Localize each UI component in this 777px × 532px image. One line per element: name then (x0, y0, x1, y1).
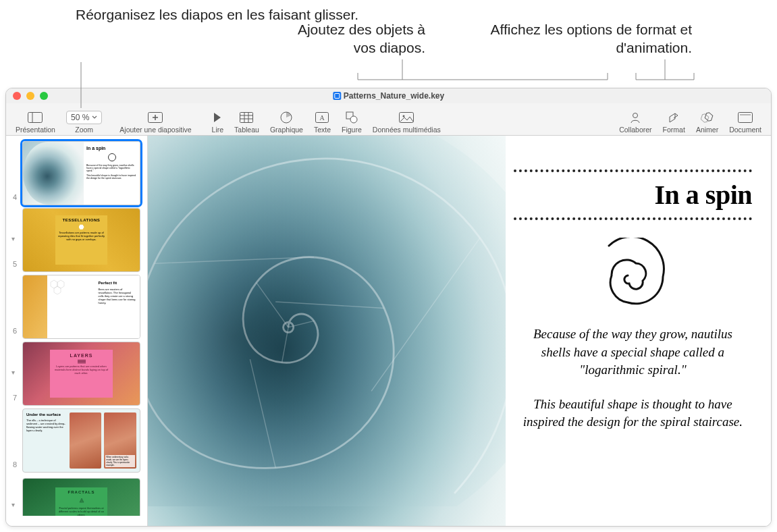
chart-label: Graphique (270, 126, 303, 134)
svg-marker-25 (54, 286, 61, 294)
svg-rect-22 (740, 114, 751, 115)
format-button[interactable]: Format (659, 104, 689, 134)
media-icon (399, 111, 414, 124)
slide-content: In a spin Because of the way they grow, … (148, 136, 771, 526)
slide-navigator[interactable]: 4 In a spin Because of the way they grow… (6, 136, 148, 526)
fullscreen-window-button[interactable] (40, 92, 48, 100)
slide-paragraph-1: Because of the way they grow, nautilus s… (514, 325, 752, 379)
zoom-control[interactable]: 50 % Zoom (62, 104, 106, 134)
collaborate-label: Collaborer (619, 126, 651, 134)
svg-point-26 (148, 136, 506, 506)
slide-thumbnail-9[interactable]: FRACTALS Fractal patterns repeat themsel… (22, 478, 140, 516)
view-label: Présentation (16, 126, 55, 134)
svg-rect-18 (400, 112, 414, 122)
slide-number: 4 (13, 193, 17, 201)
collaborate-button[interactable]: Collaborer (615, 104, 655, 134)
zoom-label: Zoom (75, 126, 93, 134)
callout-format-options: Affichez les options de format et d'anim… (479, 20, 692, 57)
svg-point-20 (633, 113, 638, 117)
shape-label: Figure (342, 126, 362, 134)
table-button[interactable]: Tableau (230, 104, 263, 134)
svg-rect-8 (240, 112, 253, 122)
play-icon (213, 111, 222, 124)
document-icon (333, 92, 341, 100)
slide-number: 7 (13, 394, 17, 402)
svg-rect-21 (739, 112, 753, 122)
view-button[interactable]: Présentation (11, 104, 59, 134)
slide-title: In a spin (514, 179, 752, 211)
shape-button[interactable]: Figure (338, 104, 366, 134)
callout-add-objects: Ajoutez des objets à vos diapos. (277, 20, 425, 57)
svg-rect-3 (28, 112, 43, 122)
animate-label: Animer (696, 126, 718, 134)
slide-number: 5 (13, 260, 17, 268)
slide-thumbnail-6[interactable]: Perfect fitBees are masters of tessellat… (22, 275, 140, 339)
add-slide-button[interactable]: Ajouter une diapositive (115, 104, 195, 134)
dotted-rule-top (514, 169, 752, 172)
text-label: Texte (314, 126, 331, 134)
chart-button[interactable]: Graphique (266, 104, 307, 134)
document-button[interactable]: Document (725, 104, 766, 134)
view-icon (28, 111, 43, 124)
play-button[interactable]: Lire (208, 104, 228, 134)
slide-number: 8 (13, 460, 17, 469)
format-icon (668, 111, 680, 124)
slide-thumbnail-8[interactable]: Under the surfaceThe rills – a technique… (22, 408, 140, 473)
annotation-callouts: Réorganisez les diapos en les faisant gl… (0, 0, 777, 92)
animate-button[interactable]: Animer (692, 104, 722, 134)
close-window-button[interactable] (13, 92, 21, 100)
chart-icon (280, 111, 292, 124)
dotted-rule-bottom (514, 217, 752, 220)
svg-marker-24 (57, 280, 64, 288)
table-icon (240, 111, 253, 124)
media-button[interactable]: Données multimédias (369, 104, 445, 134)
disclosure-triangle[interactable]: ▾ (11, 501, 15, 508)
document-label: Document (729, 126, 761, 134)
main-body: 4 In a spin Because of the way they grow… (6, 136, 771, 526)
window-title-text: Patterns_Nature_wide.key (344, 91, 444, 101)
text-button[interactable]: A Texte (310, 104, 335, 134)
slide-canvas[interactable]: In a spin Because of the way they grow, … (148, 136, 771, 526)
zoom-value: 50 % (71, 113, 89, 122)
svg-point-19 (403, 115, 405, 117)
media-label: Données multimédias (373, 126, 441, 134)
collaborate-icon (629, 111, 641, 124)
zoom-dropdown[interactable]: 50 % (66, 111, 102, 124)
slide-thumbnail-7[interactable]: LAYERSLayers are patterns that are creat… (22, 342, 140, 406)
minimize-window-button[interactable] (26, 92, 34, 100)
slide-text-area: In a spin Because of the way they grow, … (506, 136, 771, 526)
slide-image-nautilus (148, 136, 506, 526)
spiral-graphic (514, 238, 752, 305)
window-controls (13, 92, 48, 100)
slide-paragraph-2: This beautiful shape is thought to have … (514, 396, 752, 431)
slide-thumbnail-5[interactable]: TESSELLATIONSTessellations are patterns … (22, 208, 140, 272)
text-icon: A (315, 111, 329, 124)
window-title: Patterns_Nature_wide.key (333, 91, 444, 101)
svg-text:A: A (320, 114, 325, 122)
toolbar: Présentation 50 % Zoom Ajouter une diapo… (6, 103, 771, 136)
table-label: Tableau (234, 126, 259, 134)
svg-marker-23 (51, 280, 57, 288)
plus-icon (148, 111, 163, 124)
chevron-down-icon (92, 115, 97, 119)
slide-number: 6 (13, 327, 17, 335)
disclosure-triangle[interactable]: ▾ (11, 235, 15, 242)
animate-icon (701, 111, 714, 124)
app-window: Patterns_Nature_wide.key Présentation 50… (5, 88, 772, 527)
shape-icon (346, 111, 358, 124)
document-icon (738, 111, 753, 124)
slide-thumbnail-4[interactable]: In a spin Because of the way they grow, … (22, 141, 140, 205)
svg-point-17 (350, 116, 357, 123)
play-label: Lire (212, 126, 224, 134)
format-label: Format (663, 126, 685, 134)
add-slide-label: Ajouter une diapositive (119, 126, 191, 134)
nautilus-shell-graphic (148, 136, 506, 506)
disclosure-triangle[interactable]: ▾ (11, 369, 15, 376)
